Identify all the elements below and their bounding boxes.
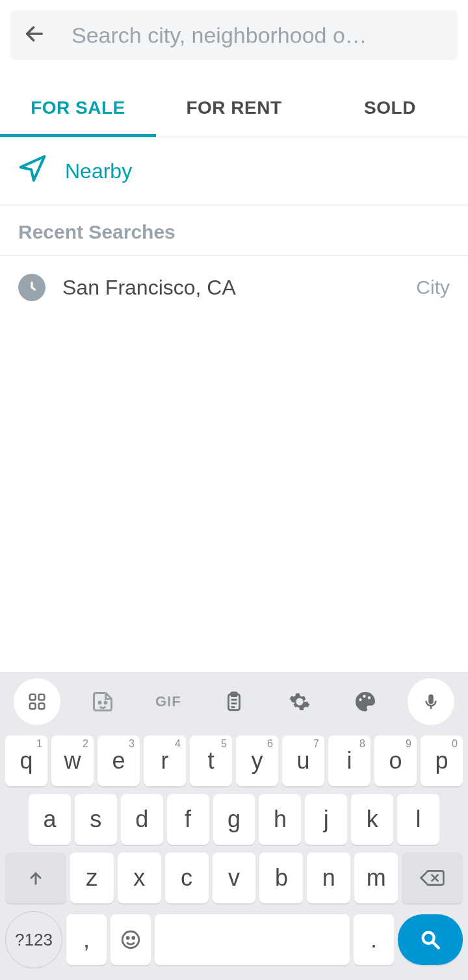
keyboard-row-4: ?123 , .	[0, 907, 468, 972]
svg-point-14	[368, 696, 371, 700]
key-p[interactable]: p0	[421, 735, 463, 786]
tab-for-sale[interactable]: FOR SALE	[0, 86, 156, 137]
key-q[interactable]: q1	[5, 735, 47, 786]
key-f[interactable]: f	[167, 794, 209, 845]
key-d[interactable]: d	[121, 794, 163, 845]
key-n[interactable]: n	[307, 853, 350, 903]
key-u[interactable]: u7	[282, 735, 324, 786]
svg-point-6	[105, 702, 107, 704]
keyboard-toolbar: GIF	[0, 672, 468, 732]
keyboard-row-2: a s d f g h j k l	[0, 790, 468, 849]
nearby-label: Nearby	[65, 159, 132, 183]
clipboard-icon[interactable]	[211, 678, 257, 725]
svg-point-19	[122, 931, 139, 948]
recent-search-name: San Francisco, CA	[62, 276, 236, 300]
search-bar	[10, 10, 458, 60]
location-arrow-icon	[18, 154, 47, 188]
recent-searches-header: Recent Searches	[0, 205, 468, 256]
key-v[interactable]: v	[213, 853, 256, 903]
key-m[interactable]: m	[354, 853, 398, 903]
key-a[interactable]: a	[29, 794, 71, 845]
key-o[interactable]: o9	[374, 735, 417, 786]
key-e[interactable]: e3	[98, 735, 140, 786]
tab-for-rent[interactable]: FOR RENT	[156, 86, 312, 137]
key-y[interactable]: y6	[236, 735, 278, 786]
mic-icon[interactable]	[408, 678, 454, 725]
period-key[interactable]: .	[354, 914, 394, 965]
sticker-icon[interactable]	[79, 678, 126, 725]
svg-point-21	[133, 937, 135, 939]
backspace-key[interactable]	[402, 853, 463, 903]
svg-rect-2	[38, 695, 44, 700]
nearby-row[interactable]: Nearby	[0, 137, 468, 205]
key-s[interactable]: s	[75, 794, 117, 845]
space-key[interactable]	[155, 914, 350, 965]
keyboard-row-3: z x c v b n m	[0, 849, 468, 907]
apps-icon[interactable]	[14, 678, 60, 725]
shift-key[interactable]	[5, 853, 66, 903]
svg-point-13	[363, 695, 367, 698]
key-t[interactable]: t5	[190, 735, 232, 786]
key-j[interactable]: j	[305, 794, 347, 845]
key-i[interactable]: i8	[328, 735, 370, 786]
search-tabs: FOR SALE FOR RENT SOLD	[0, 86, 468, 137]
soft-keyboard: GIF q1 w2 e3 r4 t5 y6 u7 i8 o9 p0 a s d …	[0, 672, 468, 980]
svg-point-20	[127, 937, 129, 939]
svg-rect-1	[29, 695, 35, 700]
symbols-key[interactable]: ?123	[5, 911, 62, 968]
key-w[interactable]: w2	[51, 735, 94, 786]
svg-line-23	[433, 942, 439, 948]
svg-point-12	[359, 698, 363, 702]
recent-search-row[interactable]: San Francisco, CA City	[0, 256, 468, 319]
key-z[interactable]: z	[70, 853, 114, 903]
back-arrow-icon[interactable]	[23, 23, 46, 47]
tab-sold[interactable]: SOLD	[312, 86, 468, 137]
key-g[interactable]: g	[213, 794, 255, 845]
recent-search-type: City	[416, 276, 450, 298]
search-input[interactable]	[72, 23, 445, 48]
key-k[interactable]: k	[351, 794, 393, 845]
key-h[interactable]: h	[259, 794, 301, 845]
comma-key[interactable]: ,	[66, 914, 107, 965]
svg-rect-3	[29, 704, 35, 709]
key-r[interactable]: r4	[144, 735, 186, 786]
svg-rect-15	[429, 695, 434, 704]
gif-icon[interactable]: GIF	[145, 678, 192, 725]
palette-icon[interactable]	[342, 678, 389, 725]
search-enter-key[interactable]	[398, 914, 463, 965]
settings-gear-icon[interactable]	[276, 678, 323, 725]
clock-icon	[18, 274, 46, 301]
svg-point-5	[99, 702, 101, 704]
keyboard-row-1: q1 w2 e3 r4 t5 y6 u7 i8 o9 p0	[0, 732, 468, 790]
key-l[interactable]: l	[397, 794, 439, 845]
svg-rect-4	[38, 704, 44, 709]
key-x[interactable]: x	[118, 853, 161, 903]
emoji-key[interactable]	[110, 914, 151, 965]
key-b[interactable]: b	[259, 853, 303, 903]
key-c[interactable]: c	[165, 853, 209, 903]
